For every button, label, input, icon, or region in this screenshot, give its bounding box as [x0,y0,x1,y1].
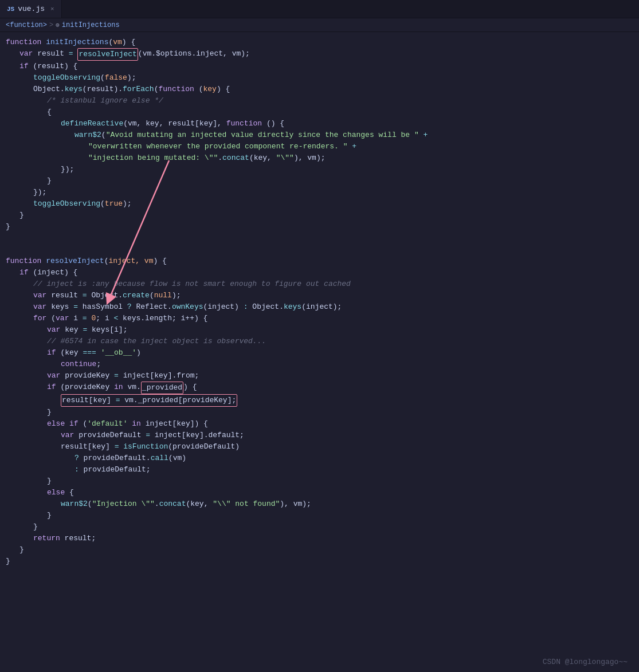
code-line-24: for (var i = 0; i < keys.length; i++) { [0,313,639,324]
code-line-45: } [0,556,639,567]
code-line-1: function initInjections(vm) { [0,37,639,48]
code-line-33: else if ('default' in inject[key]) { [0,418,639,430]
code-line-7: { [0,107,639,118]
code-line-22: var result = Object.create(null); [0,290,639,301]
tab-close-icon[interactable]: × [50,6,54,13]
code-line-42: } [0,521,639,533]
code-line-38: } [0,475,639,487]
code-line-43: return result; [0,533,639,544]
code-line-25: var key = keys[i]; [0,324,639,336]
empty-line-1 [0,233,639,244]
tab-vue-js[interactable]: JS vue.js × [0,0,62,18]
code-line-14: }); [0,187,639,198]
code-line-23: var keys = hasSymbol ? Reflect.ownKeys(i… [0,301,639,313]
watermark: CSDN @longlongago~~ [543,658,628,666]
code-line-26: // #6574 in case the inject object is ob… [0,336,639,347]
code-line-21: // inject is :any because flow is not sm… [0,278,639,290]
code-line-31: result[key] = vm._provided[provideKey]; [0,394,639,407]
breadcrumb-file-icon: ⊙ [56,21,60,29]
code-line-27: if (key === '__ob__') [0,347,639,359]
code-line-30: if (provideKey in vm._provided) { [0,382,639,394]
code-line-39: else { [0,487,639,498]
code-line-10: "overwritten whenever the provided compo… [0,141,639,152]
code-line-13: } [0,175,639,187]
empty-line-2 [0,244,639,256]
code-line-15: toggleObserving(true); [0,198,639,210]
code-line-9: warn$2("Avoid mutating an injected value… [0,129,639,141]
code-line-6: /* istanbul ignore else */ [0,95,639,107]
code-line-2: var result = resolveInject(vm.$options.i… [0,48,639,61]
code-line-44: } [0,544,639,556]
breadcrumb-function[interactable]: <function> [6,21,47,29]
code-line-11: "injection being mutated: \"".concat(key… [0,152,639,164]
code-line-40: warn$2("Injection \"".concat(key, "\\" n… [0,498,639,510]
code-line-5: Object.keys(result).forEach(function (ke… [0,84,639,95]
tab-label: vue.js [18,5,45,13]
code-line-28: continue; [0,359,639,370]
breadcrumb-file-label[interactable]: initInjections [62,21,120,29]
code-line-37: : provideDefault; [0,464,639,475]
code-line-17: } [0,221,639,233]
code-line-29: var provideKey = inject[key].from; [0,370,639,382]
code-line-12: }); [0,164,639,175]
breadcrumb-sep1: > [49,21,53,29]
breadcrumb: <function> > ⊙ initInjections [0,18,639,32]
code-line-36: ? provideDefault.call(vm) [0,453,639,464]
code-line-20: if (inject) { [0,267,639,278]
code-line-32: } [0,407,639,418]
code-line-3: if (result) { [0,61,639,72]
code-line-8: defineReactive(vm, key, result[key], fun… [0,118,639,129]
code-line-41: } [0,510,639,521]
editor: function initInjections(vm) { var result… [0,32,639,572]
tab-js-icon: JS [7,6,14,13]
code-line-19: function resolveInject(inject, vm) { [0,256,639,267]
code-line-4: toggleObserving(false); [0,72,639,84]
code-line-16: } [0,210,639,221]
tab-bar: JS vue.js × [0,0,639,18]
code-line-35: result[key] = isFunction(provideDefault) [0,441,639,453]
code-line-34: var provideDefault = inject[key].default… [0,430,639,441]
